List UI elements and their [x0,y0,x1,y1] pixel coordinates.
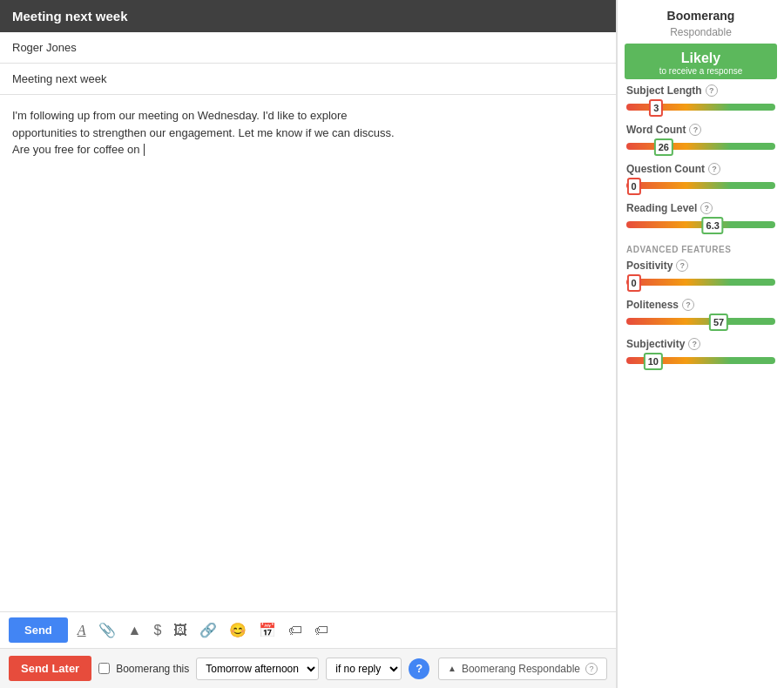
subjectivity-value: 10 [644,353,663,370]
subjectivity-help-icon[interactable]: ? [688,338,700,350]
politeness-help-icon[interactable]: ? [682,299,694,311]
boomerang-checkbox[interactable] [98,663,110,674]
politeness-bar: 57 [626,314,775,329]
boomerang-respondable-badge[interactable]: ▲ Boomerang Respondable ? [438,658,607,680]
reading-level-help-icon[interactable]: ? [700,202,713,214]
reading-level-bar-bg [626,221,775,228]
metric-question-count-label: Question Count ? [626,163,775,175]
boomerang-tag-icon1[interactable]: 🏷 [286,621,305,640]
boomerang-check-label: Boomerang this [116,663,189,675]
word-count-help-icon[interactable]: ? [689,124,701,136]
insert-photo-icon[interactable]: 🖼 [171,621,190,640]
positivity-bar-bg [626,279,775,286]
positivity-help-icon[interactable]: ? [676,260,688,272]
word-count-value: 26 [654,138,673,156]
send-later-button[interactable]: Send Later [9,656,91,681]
insert-money-icon[interactable]: $ [151,621,164,640]
email-header: Meeting next week [0,0,616,32]
metric-subjectivity: Subjectivity ? 10 [626,338,775,368]
send-button[interactable]: Send [9,617,68,643]
metric-politeness-label: Politeness ? [626,299,775,311]
chevron-up-icon: ▲ [448,664,456,673]
subject-field: Meeting next week [0,64,616,95]
to-field: Roger Jones [0,32,616,64]
help-button[interactable]: ? [409,658,429,679]
question-count-bar-bg [626,182,775,189]
body-line1: I'm following up from our meeting on Wed… [12,109,348,122]
bottom-bar: Send Later Boomerang this Tomorrow after… [0,648,616,688]
main-container: Meeting next week Roger Jones Meeting ne… [0,0,784,688]
metric-reading-level-label: Reading Level ? [626,202,775,214]
format-text-icon[interactable]: A [75,621,89,640]
subject-value: Meeting next week [12,72,106,85]
question-count-bar: 0 [626,178,775,193]
subject-length-bar: 3 [626,99,775,115]
politeness-value: 57 [709,314,728,331]
to-value: Roger Jones [12,41,77,54]
word-count-bar-bg [626,143,775,150]
boomerang-badge-label: Boomerang Respondable [462,663,580,675]
subject-length-help-icon[interactable]: ? [706,84,718,97]
body-line2: opportunities to strengthen our engageme… [12,126,395,139]
metric-reading-level: Reading Level ? 6.3 [626,202,775,233]
body-line3: Are you free for coffee on [12,143,143,156]
cursor [144,144,145,156]
question-count-value: 0 [626,178,640,195]
email-toolbar: Send A 📎 ▲ $ 🖼 🔗 😊 📅 🏷 🏷 [0,611,616,648]
metric-positivity-label: Positivity ? [626,260,775,272]
likely-sub-text: to receive a response [628,66,774,76]
insert-emoji-icon[interactable]: 😊 [226,620,249,640]
question-count-help-icon[interactable]: ? [708,163,720,175]
advanced-features-label: ADVANCED FEATURES [626,241,775,260]
metrics-container: Subject Length ? 3 Word Count ? [618,84,784,377]
subjectivity-bar: 10 [626,353,775,368]
metric-politeness: Politeness ? 57 [626,299,775,329]
metric-question-count: Question Count ? 0 [626,163,775,193]
panel-subtitle: Respondable [618,26,784,44]
metric-word-count-label: Word Count ? [626,124,775,136]
google-drive-icon[interactable]: ▲ [125,621,145,640]
reading-level-value: 6.3 [702,217,724,234]
metric-subjectivity-label: Subjectivity ? [626,338,775,350]
metric-subject-length-label: Subject Length ? [626,84,775,97]
email-title: Meeting next week [12,9,128,24]
email-body[interactable]: I'm following up from our meeting on Wed… [0,95,616,611]
insert-link-icon[interactable]: 🔗 [197,620,220,640]
panel-title: Boomerang [618,0,784,26]
attach-file-icon[interactable]: 📎 [96,620,118,640]
boomerang-calendar-icon[interactable]: 📅 [256,620,279,640]
positivity-value: 0 [626,274,640,292]
likely-main-text: Likely [628,51,774,66]
subject-length-value: 3 [649,99,663,117]
email-compose: Meeting next week Roger Jones Meeting ne… [0,0,784,688]
send-time-dropdown[interactable]: Tomorrow afternoon [196,658,319,680]
politeness-bar-bg [626,318,775,325]
metric-subject-length: Subject Length ? 3 [626,84,775,115]
positivity-bar: 0 [626,274,775,290]
email-editor: Meeting next week Roger Jones Meeting ne… [0,0,617,688]
metric-word-count: Word Count ? 26 [626,124,775,154]
metric-positivity: Positivity ? 0 [626,260,775,290]
word-count-bar: 26 [626,138,775,154]
likely-badge: Likely to receive a response [625,44,777,79]
send-reply-dropdown[interactable]: if no reply [326,658,402,680]
boomerang-panel: Boomerang Respondable Likely to receive … [617,0,784,688]
reading-level-bar: 6.3 [626,217,775,233]
help-badge-icon: ? [585,663,598,675]
boomerang-check-group: Boomerang this [98,663,189,675]
boomerang-tag-icon2[interactable]: 🏷 [312,621,331,640]
